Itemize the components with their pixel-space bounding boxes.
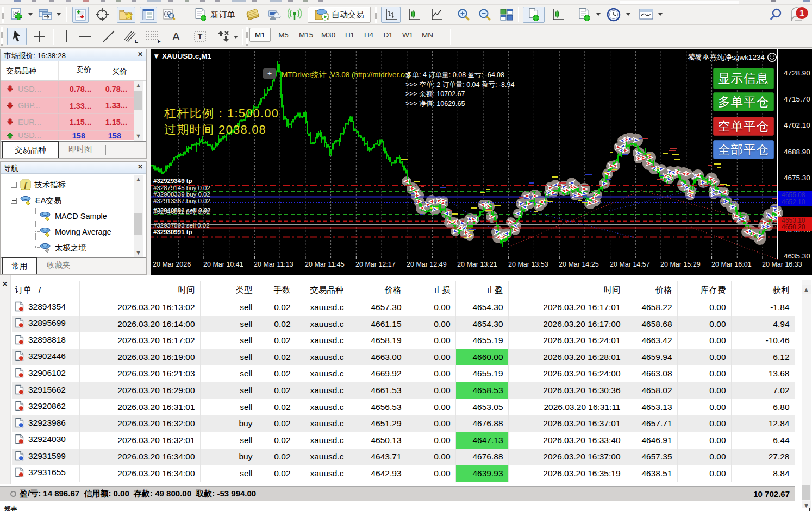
svg-text:20 Mar 11:13: 20 Mar 11:13	[254, 261, 293, 268]
svg-text:4702.10: 4702.10	[784, 121, 810, 129]
svg-text:20 Mar 13:21: 20 Mar 13:21	[457, 261, 497, 268]
svg-text:T: T	[198, 32, 203, 41]
svg-text:20 Mar 12:49: 20 Mar 12:49	[407, 261, 447, 268]
svg-text:20 Mar 13:53: 20 Mar 13:53	[508, 261, 548, 268]
svg-text:1: 1	[799, 9, 804, 18]
svg-text:4728.90: 4728.90	[784, 69, 810, 77]
svg-text:20 Mar 2026: 20 Mar 2026	[153, 261, 191, 268]
svg-text:20 Mar 10:41: 20 Mar 10:41	[203, 261, 243, 268]
svg-text:F: F	[158, 39, 161, 44]
svg-text:20 Mar 11:45: 20 Mar 11:45	[305, 261, 345, 268]
svg-text:4688.90: 4688.90	[784, 148, 810, 156]
svg-text:A: A	[172, 30, 180, 42]
svg-text:4652.10: 4652.10	[782, 198, 805, 206]
svg-text:E: E	[135, 39, 138, 44]
svg-text:4715.70: 4715.70	[784, 95, 810, 103]
svg-text:20 Mar 14:25: 20 Mar 14:25	[559, 261, 599, 268]
svg-text:20 Mar 14:57: 20 Mar 14:57	[610, 261, 650, 268]
svg-text:4675.30: 4675.30	[784, 174, 810, 182]
svg-text:20 Mar 16:33: 20 Mar 16:33	[762, 261, 802, 268]
svg-text:20 Mar 15:29: 20 Mar 15:29	[660, 261, 701, 268]
svg-text:20 Mar 12:17: 20 Mar 12:17	[355, 261, 396, 268]
svg-text:4650.20: 4650.20	[782, 223, 805, 231]
svg-text:4655.08: 4655.08	[782, 191, 805, 199]
svg-text:20 Mar 16:01: 20 Mar 16:01	[711, 261, 752, 268]
